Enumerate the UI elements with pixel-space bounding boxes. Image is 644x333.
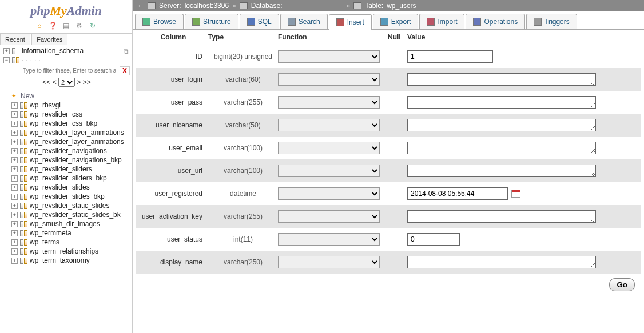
nav-import[interactable]: Import: [419, 14, 464, 29]
table-wp_revslider_static_slides_bk[interactable]: +wp_revslider_static_slides_bk: [1, 210, 132, 219]
expand-icon[interactable]: +: [11, 212, 18, 218]
new-table[interactable]: New: [1, 91, 132, 101]
value-user_pass[interactable]: [407, 96, 596, 109]
table-wp_revslider_css_bkp[interactable]: +wp_revslider_css_bkp: [1, 119, 132, 128]
table-wp_termmeta[interactable]: +wp_termmeta: [1, 228, 132, 238]
logo[interactable]: phpMyAdmin: [0, 0, 132, 19]
expand-icon[interactable]: +: [11, 175, 18, 182]
value-ID[interactable]: [407, 50, 493, 63]
expand-icon[interactable]: +: [11, 130, 18, 136]
table-wp_revslider_navigations[interactable]: +wp_revslider_navigations: [1, 146, 132, 155]
row-user_url: user_urlvarchar(100): [136, 159, 641, 182]
expand-icon[interactable]: +: [11, 221, 18, 227]
expand-icon[interactable]: +: [11, 157, 18, 163]
table-icon-pair: [20, 130, 28, 136]
tab-favorites[interactable]: Favorites: [31, 34, 67, 45]
db-current[interactable]: − ·····: [1, 55, 132, 65]
table-wp_revslider_slides[interactable]: +wp_revslider_slides: [1, 183, 132, 192]
expand-icon[interactable]: +: [11, 111, 18, 118]
expand-icon[interactable]: +: [11, 121, 18, 127]
expand-icon[interactable]: +: [11, 258, 18, 264]
expand-icon[interactable]: +: [11, 203, 18, 209]
func-ID[interactable]: [278, 50, 380, 63]
link-icon[interactable]: ⧉: [124, 47, 129, 55]
func-user_pass[interactable]: [278, 96, 380, 109]
filter-clear[interactable]: X: [120, 66, 130, 75]
value-user_url[interactable]: [407, 165, 596, 177]
table-wp_revslider_layer_animations[interactable]: +wp_revslider_layer_animations: [1, 128, 132, 137]
func-user_url[interactable]: [278, 165, 380, 177]
nav-sql[interactable]: SQL: [240, 14, 279, 29]
search-icon: [288, 18, 296, 26]
value-user_activation_key[interactable]: [407, 210, 596, 223]
db-information-schema[interactable]: + information_schema: [1, 46, 132, 55]
main: ← Server: localhost:3306 » Database: » T…: [133, 0, 644, 333]
expand-icon[interactable]: +: [11, 166, 18, 172]
table-wp_smush_dir_images[interactable]: +wp_smush_dir_images: [1, 219, 132, 228]
insert-icon: [336, 18, 344, 26]
nav-browse[interactable]: Browse: [135, 14, 184, 29]
table-wp_terms[interactable]: +wp_terms: [1, 238, 132, 247]
table-wp_term_taxonomy[interactable]: +wp_term_taxonomy: [1, 256, 132, 265]
settings-icon[interactable]: ⚙: [75, 22, 84, 31]
func-user_registered[interactable]: [278, 187, 380, 200]
value-user_nicename[interactable]: [407, 119, 596, 131]
bc-server-value[interactable]: localhost:3306: [185, 2, 229, 10]
expand-icon[interactable]: +: [11, 184, 18, 191]
collapse-icon[interactable]: −: [3, 57, 10, 63]
table-wp_revslider_css[interactable]: +wp_revslider_css: [1, 110, 132, 119]
expand-icon[interactable]: +: [11, 248, 18, 255]
reload-icon[interactable]: ↻: [88, 22, 97, 31]
nav-export[interactable]: Export: [373, 14, 419, 29]
bc-server-label: Server:: [159, 2, 181, 10]
bc-table-label: Table:: [365, 2, 383, 10]
expand-icon[interactable]: +: [11, 148, 18, 154]
func-user_email[interactable]: [278, 142, 380, 154]
pager-prev[interactable]: << <: [42, 78, 56, 86]
table-wp_revslider_sliders[interactable]: +wp_revslider_sliders: [1, 165, 132, 174]
expand-icon[interactable]: +: [11, 230, 18, 236]
bc-table-value[interactable]: wp_users: [387, 2, 416, 10]
logout-icon[interactable]: ❓: [48, 22, 57, 31]
value-user_email[interactable]: [407, 142, 596, 154]
nav-operations[interactable]: Operations: [466, 14, 525, 29]
table-wp_revslider_static_slides[interactable]: +wp_revslider_static_slides: [1, 201, 132, 210]
expand-icon[interactable]: +: [3, 48, 10, 54]
func-user_nicename[interactable]: [278, 119, 380, 131]
value-user_login[interactable]: [407, 73, 596, 86]
value-display_name[interactable]: [407, 256, 596, 268]
tab-recent[interactable]: Recent: [0, 34, 30, 45]
nav-search[interactable]: Search: [280, 14, 328, 29]
func-user_activation_key[interactable]: [278, 210, 380, 223]
database-icon: [12, 48, 20, 54]
nav-insert[interactable]: Insert: [329, 14, 372, 30]
table-wp_revslider_sliders_bkp[interactable]: +wp_revslider_sliders_bkp: [1, 174, 132, 183]
expand-icon[interactable]: +: [11, 139, 18, 145]
table-wp_term_relationships[interactable]: +wp_term_relationships: [1, 247, 132, 256]
go-button[interactable]: Go: [609, 278, 635, 291]
calendar-icon[interactable]: [511, 190, 520, 198]
home-icon[interactable]: ⌂: [35, 22, 44, 31]
expand-icon[interactable]: +: [11, 102, 18, 109]
pager-select[interactable]: 2: [58, 78, 75, 87]
table-wp_rbsvgi[interactable]: +wp_rbsvgi: [1, 101, 132, 110]
func-user_status[interactable]: [278, 233, 380, 246]
func-display_name[interactable]: [278, 256, 380, 268]
hdr-column: Column: [138, 33, 208, 41]
table-icon-pair: [20, 212, 28, 218]
expand-icon[interactable]: +: [11, 239, 18, 246]
table-icon-pair: [20, 121, 28, 127]
nav-structure[interactable]: Structure: [185, 14, 238, 29]
table-wp_revslider_layer_animations[interactable]: +wp_revslider_layer_animations: [1, 137, 132, 146]
docs-icon[interactable]: ▤: [62, 22, 71, 31]
value-user_status[interactable]: [407, 233, 460, 246]
table-wp_revslider_navigations_bkp[interactable]: +wp_revslider_navigations_bkp: [1, 155, 132, 165]
func-user_login[interactable]: [278, 73, 380, 86]
value-user_registered[interactable]: [407, 187, 508, 200]
pager-next[interactable]: > >>: [77, 78, 90, 86]
nav-triggers[interactable]: Triggers: [526, 14, 577, 29]
table-wp_revslider_slides_bkp[interactable]: +wp_revslider_slides_bkp: [1, 192, 132, 201]
nav-collapse-icon[interactable]: ←: [137, 2, 144, 10]
filter-input[interactable]: [21, 66, 118, 75]
expand-icon[interactable]: +: [11, 194, 18, 200]
